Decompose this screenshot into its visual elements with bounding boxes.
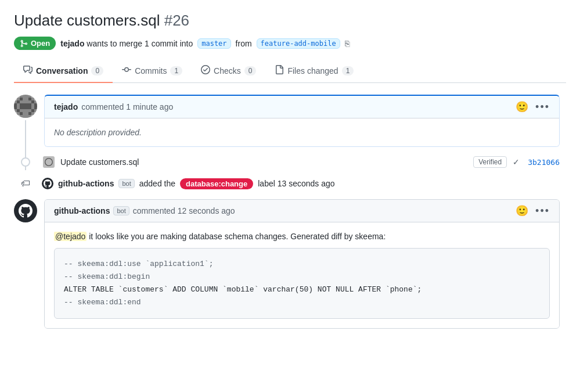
commit-avatar: [43, 156, 55, 168]
branch-separator: from: [236, 39, 252, 48]
avatar: [14, 95, 37, 118]
label-event: 🏷 github-actions bot added the database:…: [14, 177, 560, 190]
tab-conversation-label: Conversation: [36, 66, 88, 75]
comment-actions-2: 🙂 •••: [516, 204, 550, 217]
github-actions-avatar: [14, 199, 37, 222]
pr-number: #26: [164, 12, 189, 29]
more-button-1[interactable]: •••: [535, 101, 550, 113]
emoji-button-1[interactable]: 🙂: [516, 100, 528, 113]
more-button-2[interactable]: •••: [535, 205, 550, 217]
comment-meta-2: github-actions bot commented 12 seconds …: [54, 206, 235, 215]
status-badge: Open: [14, 37, 56, 50]
base-branch[interactable]: master: [197, 38, 230, 49]
commits-icon: [122, 65, 131, 76]
files-icon: [275, 65, 284, 76]
verified-check: ✓: [513, 157, 520, 167]
tabs-bar: Conversation 0 Commits 1 Checks 0 Files …: [14, 59, 566, 83]
code-line-4: -- skeema:ddl:end: [64, 296, 540, 309]
tab-commits-label: Commits: [135, 66, 167, 75]
comment-time-1: commented 1 minute ago: [81, 102, 173, 112]
comment-box-2: github-actions bot commented 12 seconds …: [44, 199, 560, 329]
checks-icon: [201, 65, 210, 76]
tab-conversation[interactable]: Conversation 0: [14, 59, 113, 83]
tab-files-changed[interactable]: Files changed 1: [265, 59, 363, 83]
comment-author-1[interactable]: tejado: [54, 102, 78, 112]
git-merge-icon: [20, 39, 28, 48]
tab-commits[interactable]: Commits 1: [113, 59, 192, 83]
code-line-2: -- skeema:ddl:begin: [64, 271, 540, 283]
code-block: -- skeema:ddl:use `application1`; -- ske…: [54, 248, 550, 319]
label-event-suffix: label 13 seconds ago: [258, 179, 334, 188]
comment-body-2: @tejado it looks like you are making dat…: [45, 222, 559, 328]
tab-checks-label: Checks: [214, 66, 241, 75]
commit-line-area: [14, 157, 37, 167]
code-line-1: -- skeema:ddl:use `application1`;: [64, 258, 540, 271]
comment-1: tejado commented 1 minute ago 🙂 ••• No d…: [14, 95, 560, 147]
pr-title: Update customers.sql #26: [14, 12, 566, 30]
tab-checks[interactable]: Checks 0: [192, 59, 265, 83]
bot-badge-2: bot: [113, 206, 129, 215]
mention: @tejado: [54, 232, 87, 241]
commit-dot-icon: [21, 157, 30, 167]
commit-hash[interactable]: 3b21066: [528, 158, 560, 167]
commit-message: Update customers.sql: [60, 157, 467, 167]
tab-conversation-count: 0: [91, 66, 103, 75]
verified-badge: Verified: [473, 156, 507, 168]
tag-icon: 🏷: [21, 177, 30, 190]
code-line-3: ALTER TABLE `customers` ADD COLUMN `mobi…: [64, 283, 540, 296]
commit-row: Update customers.sql Verified ✓ 3b21066: [14, 156, 560, 168]
bot-badge-label: bot: [118, 179, 134, 188]
timeline-container: tejado commented 1 minute ago 🙂 ••• No d…: [14, 83, 566, 338]
head-branch[interactable]: feature-add-mobile: [257, 38, 340, 49]
comment-header-1: tejado commented 1 minute ago 🙂 •••: [45, 96, 559, 118]
conversation-icon: [23, 65, 33, 76]
label-line-area: 🏷: [14, 177, 37, 190]
comment-author-2[interactable]: github-actions: [54, 206, 110, 215]
page-container: Update customers.sql #26 Open tejado wan…: [0, 0, 580, 392]
label-event-actor: github-actions: [58, 179, 114, 188]
comment-body-1: No description provided.: [45, 118, 559, 146]
tab-files-label: Files changed: [287, 66, 338, 75]
timeline: tejado commented 1 minute ago 🙂 ••• No d…: [14, 95, 560, 338]
copy-icon[interactable]: ⎘: [345, 39, 350, 48]
tab-commits-count: 1: [170, 66, 182, 75]
pr-meta: Open tejado wants to merge 1 commit into…: [14, 37, 566, 50]
github-actions-avatar-small: [42, 178, 53, 189]
comment-actions-1: 🙂 •••: [516, 100, 550, 113]
comment-body-text: it looks like you are making database sc…: [87, 232, 386, 241]
emoji-button-2[interactable]: 🙂: [516, 204, 528, 217]
comment-time-2: commented 12 seconds ago: [133, 206, 235, 215]
tab-files-count: 1: [342, 66, 354, 75]
comment-box-1: tejado commented 1 minute ago 🙂 ••• No d…: [44, 95, 560, 147]
comment-2: github-actions bot commented 12 seconds …: [14, 199, 560, 329]
comment-meta-1: tejado commented 1 minute ago: [54, 102, 173, 112]
label-pill: database:change: [180, 178, 253, 189]
comment-header-2: github-actions bot commented 12 seconds …: [45, 200, 559, 222]
label-event-action: added the: [139, 179, 175, 188]
pr-author: tejado wants to merge 1 commit into: [60, 39, 193, 48]
tab-checks-count: 0: [244, 66, 257, 75]
